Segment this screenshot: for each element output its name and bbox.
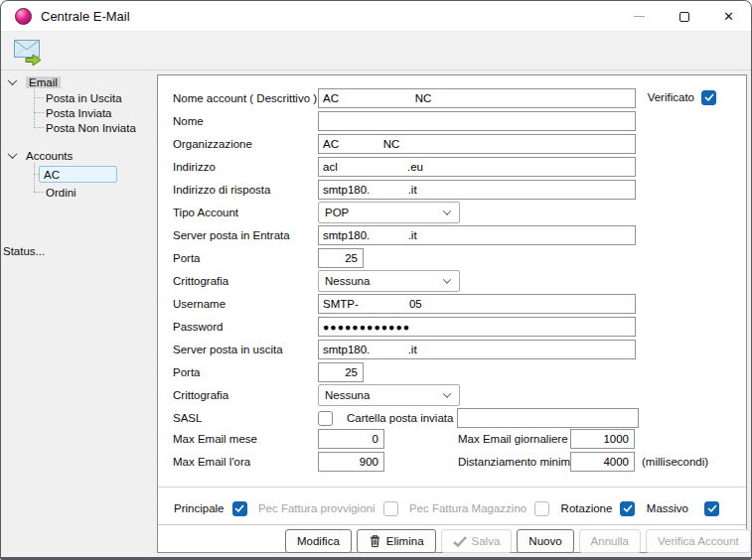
tree-node-accounts[interactable]: Accounts [9,148,73,163]
separator [158,487,746,488]
verificato-label: Verificato [648,91,694,103]
send-email-button[interactable] [10,35,48,68]
check-icon [234,504,244,512]
verifica-account-button[interactable]: Verifica Account [646,529,751,553]
form-row-server-entrata: Server posta in Entrata [173,224,736,246]
distanziamento-label: Distanziamento minimo [458,456,565,468]
minimize-button[interactable] [617,1,662,32]
organizzazione-input[interactable] [318,134,636,154]
selected-account-box[interactable]: AC [39,166,117,183]
pec-provvigioni-label: Pec Fattura provvigioni [258,502,376,514]
pec-magazzino-checkbox[interactable] [534,501,549,516]
tree-node-posta-inviata[interactable]: Posta Inviata [34,105,111,120]
form-row-tipo-account: Tipo Account POP [173,202,736,223]
tipo-account-value: POP [325,207,349,218]
tree-node-label[interactable]: Posta Non Inviata [46,122,136,134]
crittografia-entrata-label: Crittografia [173,275,318,287]
sasl-checkbox[interactable] [318,411,333,426]
form-row-max-mese: Max Email mese Max Email giornaliere [173,428,736,450]
verificato-group: Verificato [648,87,716,107]
tree-node-label[interactable]: Email [26,76,61,88]
chevron-down-icon[interactable] [8,75,18,85]
tree-node-ordini[interactable]: Ordini [34,185,76,200]
max-mese-input[interactable] [318,429,384,449]
cartella-posta-label: Cartella posta inviata [347,412,453,424]
form-row-password: Password [173,316,736,338]
annulla-label: Annulla [591,535,629,547]
max-mese-label: Max Email mese [173,433,318,445]
username-input[interactable] [318,294,636,314]
trash-icon [369,534,381,548]
tree-node-label: AC [44,169,60,181]
porta-uscita-input[interactable] [318,362,364,382]
nuovo-button[interactable]: Nuovo [517,529,573,553]
tree-node-posta-non-inviata[interactable]: Posta Non Inviata [34,120,136,135]
cartella-posta-input[interactable] [457,408,639,428]
indirizzo-input[interactable] [318,157,636,177]
tree-connector [34,127,44,128]
checkmark-icon [453,536,467,547]
max-ora-input[interactable] [318,452,384,472]
window-title: Centrale E-Mail [41,9,130,24]
salva-button[interactable]: Salva [441,529,513,553]
elimina-button[interactable]: Elimina [357,529,436,553]
modifica-label: Modifica [297,535,340,547]
pec-provvigioni-checkbox[interactable] [383,501,398,516]
nome-account-input[interactable] [318,88,636,108]
tree-node-posta-in-uscita[interactable]: Posta in Uscita [34,90,122,105]
maximize-icon [679,12,689,22]
password-input[interactable] [318,317,636,337]
millisecondi-label: (millisecondi) [642,456,708,468]
crittografia-entrata-dropdown[interactable]: Nessuna [318,270,460,292]
max-giornaliere-input[interactable] [570,429,635,449]
maximize-button[interactable] [662,1,706,32]
porta-entrata-input[interactable] [318,248,364,268]
chevron-down-icon [443,275,451,283]
tree-node-account-selected[interactable]: AC [34,166,117,183]
crittografia-uscita-label: Crittografia [173,389,318,401]
crittografia-uscita-value: Nessuna [325,389,370,401]
massivo-checkbox[interactable] [704,501,719,516]
tree-node-email[interactable]: Email [9,74,61,89]
rotazione-checkbox[interactable] [620,501,635,516]
rotazione-label: Rotazione [561,502,613,514]
crittografia-uscita-dropdown[interactable]: Nessuna [318,384,460,406]
form-row-max-ora: Max Email l'ora Distanziamento minimo (m… [173,451,736,473]
tipo-account-label: Tipo Account [173,207,318,218]
pec-provvigioni-group: Pec Fattura provvigioni [258,501,398,516]
buttons-row: Modifica Elimina Salva [158,529,746,553]
close-button[interactable]: ✕ [706,1,751,32]
chevron-down-icon[interactable] [8,149,18,159]
separator [158,524,746,525]
principale-group: Principale [174,501,247,516]
max-giornaliere-label: Max Email giornaliere [458,433,565,445]
indirizzo-risposta-input[interactable] [318,180,636,200]
principale-label: Principale [174,502,225,514]
verificato-checkbox[interactable] [701,90,716,105]
tree-node-label[interactable]: Ordini [46,187,76,199]
tree-connector [34,97,44,98]
indirizzo-label: Indirizzo [173,161,318,173]
indirizzo-risposta-label: Indirizzo di risposta [173,184,318,196]
tree-node-label[interactable]: Posta Inviata [46,107,111,119]
massivo-label: Massivo [647,502,688,514]
modifica-button[interactable]: Modifica [285,529,352,553]
form-row-crittografia-entrata: Crittografia Nessuna [173,270,736,292]
principale-checkbox[interactable] [232,501,247,516]
chevron-down-icon [443,389,451,397]
tree-node-label[interactable]: Accounts [26,150,73,162]
nome-input[interactable] [318,111,636,131]
elimina-label: Elimina [386,535,424,547]
distanziamento-input[interactable] [570,452,635,472]
server-uscita-input[interactable] [318,340,636,359]
salva-label: Salva [472,535,501,547]
form-row-server-uscita: Server posta in uscita [173,339,736,360]
tree-node-label[interactable]: Posta in Uscita [46,92,122,104]
window-controls: ✕ [617,1,751,32]
check-icon [707,504,717,512]
server-entrata-input[interactable] [318,225,636,245]
form-row-username: Username [173,293,736,315]
tipo-account-dropdown[interactable]: POP [318,202,460,223]
annulla-button[interactable]: Annulla [579,529,641,553]
sasl-label: SASL [173,412,318,424]
